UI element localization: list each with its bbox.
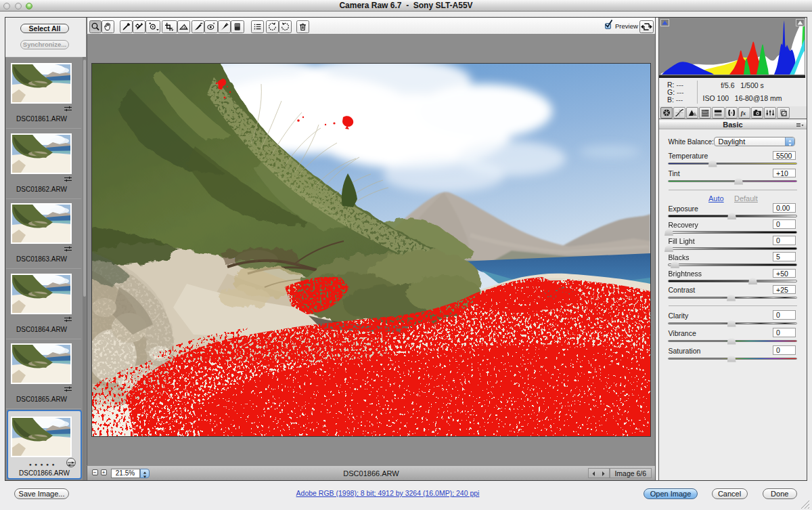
svg-text:fx: fx bbox=[741, 110, 746, 116]
